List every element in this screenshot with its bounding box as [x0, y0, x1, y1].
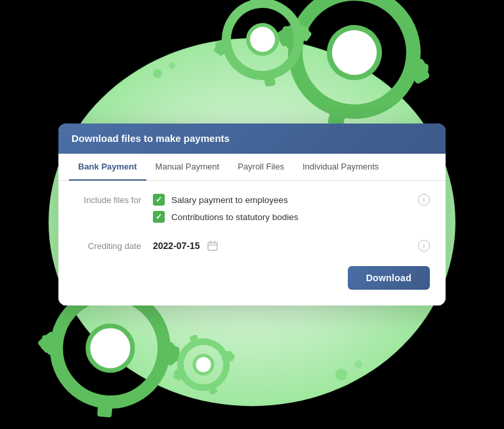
svg-rect-25 — [41, 335, 60, 351]
download-button[interactable]: Download — [348, 266, 430, 290]
include-files-row: Include files for Salary payment to empl… — [74, 194, 430, 228]
tab-bank-payment[interactable]: Bank Payment — [69, 154, 146, 181]
include-files-label: Include files for — [74, 194, 153, 205]
svg-rect-4 — [405, 59, 429, 79]
svg-rect-18 — [295, 25, 312, 42]
dialog-title: Download files to make payments — [72, 133, 230, 144]
crediting-date-label: Crediting date — [74, 240, 153, 251]
date-value: 2022-07-15 — [153, 240, 200, 251]
svg-rect-14 — [294, 26, 310, 39]
date-content: 2022-07-15 — [153, 240, 409, 252]
svg-rect-8 — [406, 58, 430, 85]
date-row: 2022-07-15 — [153, 240, 409, 252]
checkbox-contributions-icon[interactable] — [153, 211, 165, 223]
crediting-date-row: Crediting date 2022-07-15 i — [74, 240, 430, 252]
tab-payroll-files[interactable]: Payroll Files — [228, 154, 293, 181]
checkboxes-content: Salary payment to employees Contribution… — [153, 194, 409, 228]
form-actions: Download — [74, 263, 430, 290]
dialog-body: Include files for Salary payment to empl… — [58, 181, 446, 305]
svg-rect-29 — [38, 332, 61, 356]
dialog-header: Download files to make payments — [58, 124, 446, 154]
svg-rect-23 — [97, 398, 113, 418]
svg-rect-16 — [293, 24, 310, 42]
tab-individual-payments[interactable]: Individual Payments — [293, 154, 388, 181]
svg-rect-44 — [208, 242, 217, 250]
include-files-info-icon[interactable]: i — [418, 194, 430, 206]
svg-rect-27 — [37, 331, 61, 354]
checkbox-salary: Salary payment to employees — [153, 194, 409, 206]
tab-manual-payment[interactable]: Manual Payment — [146, 154, 229, 181]
svg-rect-6 — [404, 58, 430, 82]
svg-rect-2 — [361, 0, 381, 2]
checkbox-salary-label: Salary payment to employees — [171, 195, 288, 205]
tabs-container: Bank Payment Manual Payment Payroll File… — [58, 154, 446, 181]
calendar-icon[interactable] — [207, 240, 219, 252]
checkbox-salary-icon[interactable] — [153, 194, 165, 206]
svg-rect-12 — [249, 0, 262, 8]
checkbox-contributions: Contributions to statutory bodies — [153, 211, 409, 223]
crediting-date-info-icon[interactable]: i — [418, 240, 430, 252]
checkbox-contributions-label: Contributions to statutory bodies — [171, 212, 299, 222]
download-dialog: Download files to make payments Bank Pay… — [58, 124, 446, 305]
